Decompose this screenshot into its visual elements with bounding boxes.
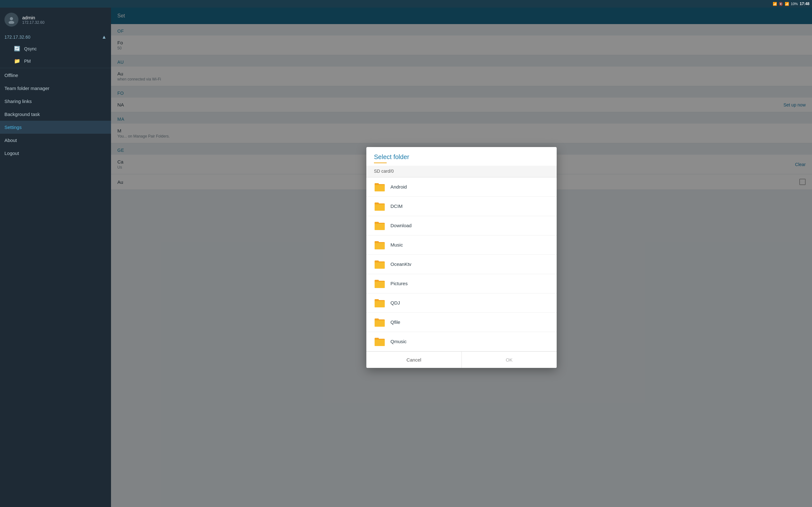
folder-name: OceanKtv — [391, 262, 411, 267]
pm-label: PM — [24, 59, 31, 64]
list-item[interactable]: Download — [366, 216, 441, 235]
sidebar-user-info: admin 172.17.32.60 — [22, 15, 44, 25]
sidebar-ip: 172.17.32.60 — [22, 20, 44, 25]
dialog-header: Select folder — [366, 147, 441, 166]
sidebar-item-team-folder[interactable]: Team folder manager — [0, 82, 111, 95]
chevron-up-icon: ▲ — [101, 34, 107, 40]
folder-icon — [374, 201, 386, 212]
dialog-path: SD card/0 — [374, 169, 394, 174]
folder-name: DCIM — [391, 204, 403, 209]
qsync-icon: 🔄 — [14, 46, 20, 52]
sidebar-sub-items: 🔄 Qsync 📁 PM — [0, 43, 111, 67]
dialog-folder-list: Android DCIM Download — [366, 177, 441, 275]
sidebar-server-section[interactable]: 172.17.32.60 ▲ — [0, 32, 111, 43]
folder-name: Android — [391, 184, 407, 189]
sidebar-item-pm[interactable]: 📁 PM — [9, 55, 111, 67]
folder-icon — [374, 181, 386, 193]
sidebar-username: admin — [22, 15, 44, 20]
list-item[interactable]: Android — [366, 177, 441, 197]
folder-icon: 📁 — [14, 58, 20, 64]
sidebar-item-settings[interactable]: Settings — [0, 121, 111, 134]
sidebar-item-sharing[interactable]: Sharing links — [0, 95, 111, 108]
status-bar: 📶 🔇 📶 10% 17:48 — [0, 0, 441, 8]
folder-icon — [374, 259, 386, 270]
folder-icon — [374, 220, 386, 231]
folder-name: Download — [391, 223, 412, 228]
overlay[interactable]: Select folder SD card/0 Android — [111, 8, 441, 275]
sidebar-item-logout[interactable]: Logout — [0, 147, 111, 160]
app-container: admin 172.17.32.60 172.17.32.60 ▲ 🔄 Qsyn… — [0, 8, 441, 275]
sidebar-item-about[interactable]: About — [0, 134, 111, 147]
svg-point-0 — [10, 17, 13, 20]
avatar — [4, 13, 18, 26]
select-folder-dialog: Select folder SD card/0 Android — [366, 147, 441, 275]
dialog-title: Select folder — [374, 153, 441, 161]
qsync-label: Qsync — [24, 46, 37, 51]
dialog-title-underline — [374, 163, 387, 163]
sidebar-item-qsync[interactable]: 🔄 Qsync — [9, 43, 111, 55]
folder-name: Music — [391, 242, 403, 247]
folder-icon — [374, 239, 386, 250]
list-item[interactable]: DCIM — [366, 197, 441, 216]
svg-point-1 — [9, 21, 14, 24]
sidebar-header: admin 172.17.32.60 — [0, 8, 111, 32]
sidebar-item-offline[interactable]: Offline — [0, 69, 111, 82]
list-item[interactable]: OceanKtv — [366, 255, 441, 274]
dialog-path-bar: SD card/0 — [366, 166, 441, 177]
list-item[interactable]: Pictures — [366, 274, 441, 275]
list-item[interactable]: Music — [366, 235, 441, 255]
sidebar-server-label: 172.17.32.60 — [4, 35, 31, 40]
sidebar-item-background-task[interactable]: Background task — [0, 108, 111, 121]
divider-1 — [0, 68, 111, 68]
sidebar: admin 172.17.32.60 172.17.32.60 ▲ 🔄 Qsyn… — [0, 8, 111, 275]
main-content: Set Of Fo 50 Au Au when connected via Wi… — [111, 8, 441, 275]
